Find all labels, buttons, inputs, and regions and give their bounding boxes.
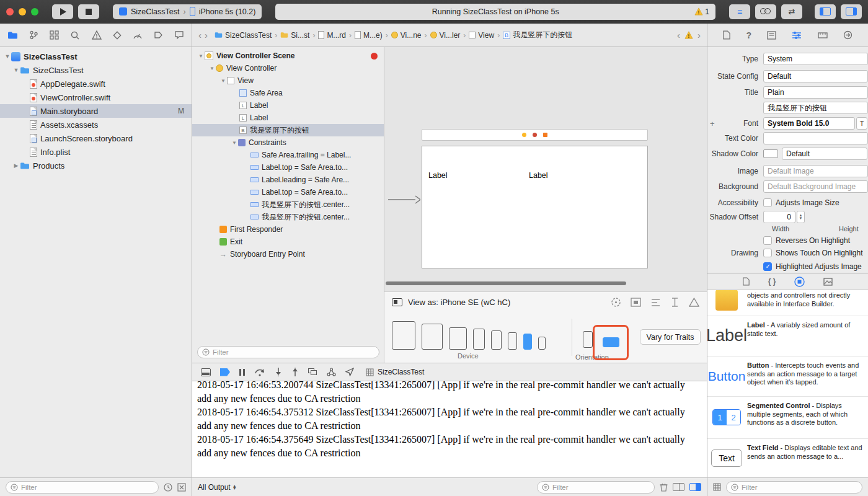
- constraint-item[interactable]: 我是竖屏下的按钮.center...: [192, 198, 384, 211]
- orientation-portrait-button[interactable]: [583, 331, 593, 348]
- step-into-button[interactable]: [275, 368, 282, 376]
- quick-help-inspector-tab[interactable]: ?: [746, 30, 751, 40]
- device-icon-iphone-se-selected[interactable]: [523, 334, 532, 350]
- outline-item-first-responder[interactable]: First Responder: [192, 223, 384, 236]
- title-style-dropdown[interactable]: Plain: [763, 86, 868, 99]
- disclosure-triangle[interactable]: ▼: [4, 53, 11, 60]
- library-filter-field[interactable]: Filter: [726, 481, 862, 494]
- nav-item-group[interactable]: ▶ Products: [0, 159, 192, 172]
- zoom-window-button[interactable]: [31, 8, 38, 16]
- add-constraints-icon[interactable]: [670, 298, 680, 307]
- forward-button[interactable]: ›: [205, 30, 208, 40]
- device-icon-ipad-pro-129[interactable]: [392, 321, 415, 350]
- library-item-label[interactable]: Label Label - A variably sized amount of…: [707, 316, 868, 355]
- report-navigator-tab[interactable]: [174, 30, 184, 40]
- state-config-dropdown[interactable]: Default: [763, 70, 868, 82]
- device-view[interactable]: Label Label: [422, 146, 648, 268]
- attributes-inspector-tab[interactable]: [792, 31, 802, 40]
- size-inspector-tab[interactable]: [818, 32, 828, 39]
- font-field[interactable]: System Bold 15.0: [763, 117, 855, 130]
- vary-for-traits-button[interactable]: Vary for Traits: [640, 329, 701, 345]
- nav-item-file[interactable]: ViewController.swift: [0, 91, 192, 104]
- object-library-tab[interactable]: [794, 277, 805, 287]
- jumpbar-segment[interactable]: Vi...ne: [391, 31, 422, 40]
- back-button[interactable]: ‹: [198, 30, 202, 40]
- jumpbar-segment[interactable]: B 我是竖屏下的按钮: [503, 30, 572, 40]
- shadow-color-swatch[interactable]: [763, 149, 778, 158]
- exit-proxy-icon[interactable]: [543, 133, 547, 137]
- nav-item-file[interactable]: Info.plist: [0, 145, 192, 159]
- debug-navigator-tab[interactable]: [133, 31, 143, 40]
- constraint-item[interactable]: Label.leading = Safe Are...: [192, 174, 384, 186]
- constraint-item[interactable]: Safe Area.trailing = Label...: [192, 149, 384, 161]
- standard-editor-button[interactable]: ≡: [729, 4, 750, 19]
- debug-console[interactable]: 2018-05-17 16:46:53.200744 SizeClassTest…: [192, 381, 707, 477]
- disclosure-triangle[interactable]: ▼: [12, 67, 20, 73]
- jumpbar-segment[interactable]: M...e): [355, 31, 383, 40]
- outline-item-safe-area[interactable]: Safe Area: [192, 87, 384, 99]
- outline-item-label-element[interactable]: L Label: [192, 112, 384, 124]
- resolve-autolayout-icon[interactable]: [689, 298, 699, 307]
- type-dropdown[interactable]: System: [763, 53, 868, 65]
- button-title-field[interactable]: 我是竖屏下的按钮: [763, 102, 868, 114]
- run-button[interactable]: [52, 4, 73, 19]
- library-item-button[interactable]: Button Button - Intercepts touch events …: [707, 356, 868, 396]
- add-font-variation-button[interactable]: +: [710, 119, 715, 128]
- toggle-utilities-button[interactable]: [841, 4, 862, 19]
- disclosure-triangle[interactable]: ▼: [219, 78, 227, 84]
- stepper-control[interactable]: ▲▼: [797, 211, 805, 223]
- jumpbar-segment[interactable]: Si...st: [280, 31, 309, 40]
- first-responder-proxy-icon[interactable]: [533, 133, 537, 137]
- device-icon-ipad[interactable]: [449, 327, 467, 350]
- canvas-label[interactable]: Label: [529, 171, 548, 180]
- nav-item-file-selected[interactable]: Main.storyboard M: [0, 104, 192, 118]
- step-over-button[interactable]: [254, 368, 265, 376]
- highlighted-adjusts-image-checkbox[interactable]: [763, 262, 772, 271]
- navigator-filter-field[interactable]: Filter: [6, 481, 159, 494]
- previous-issue-button[interactable]: ‹: [677, 30, 680, 40]
- scheme-selector[interactable]: SizeClassTest › iPhone 5s (10.2): [113, 4, 262, 19]
- constraint-item[interactable]: Label.top = Safe Area.to...: [192, 186, 384, 198]
- scene-error-indicator[interactable]: [371, 53, 378, 60]
- assistant-editor-button[interactable]: [755, 4, 776, 19]
- jumpbar-segment[interactable]: SizeClassTest: [215, 31, 272, 40]
- device-icon-iphone-8-plus[interactable]: [473, 329, 485, 350]
- canvas-label[interactable]: Label: [428, 171, 448, 180]
- console-filter-field[interactable]: Filter: [537, 481, 655, 494]
- recent-files-filter-icon[interactable]: [164, 483, 172, 492]
- project-navigator-tab[interactable]: [7, 31, 18, 40]
- image-combo-field[interactable]: Default Image: [763, 165, 868, 177]
- source-control-navigator-tab[interactable]: [29, 30, 38, 40]
- minimize-window-button[interactable]: [19, 8, 26, 16]
- device-icon-iphone-8[interactable]: [491, 330, 502, 350]
- align-icon[interactable]: [650, 298, 661, 307]
- file-template-library-tab[interactable]: [743, 277, 750, 286]
- media-library-tab[interactable]: [823, 278, 833, 286]
- outline-item-constraints[interactable]: ▼ Constraints: [192, 136, 384, 149]
- next-issue-button[interactable]: ›: [698, 30, 701, 40]
- outline-filter-field[interactable]: Filter: [197, 346, 379, 358]
- device-icon-iphone-4s[interactable]: [538, 337, 546, 350]
- view-as-label[interactable]: View as: iPhone SE (wC hC): [408, 298, 510, 307]
- jumpbar-segment[interactable]: M...rd: [318, 31, 346, 40]
- adjusts-image-size-checkbox[interactable]: [763, 198, 772, 207]
- toggle-navigator-button[interactable]: [815, 4, 836, 19]
- update-frames-icon[interactable]: [611, 297, 621, 308]
- breakpoint-navigator-tab[interactable]: [154, 31, 163, 39]
- nav-item-file[interactable]: LaunchScreen.storyboard: [0, 131, 192, 145]
- output-scope-selector[interactable]: All Output ▲▼: [198, 483, 237, 492]
- outline-item-button-selected[interactable]: B 我是竖屏下的按钮: [192, 124, 384, 136]
- memory-graph-button[interactable]: [327, 368, 336, 376]
- toggle-console-view-button[interactable]: [689, 483, 701, 491]
- source-control-filter-icon[interactable]: [177, 483, 186, 492]
- jumpbar-segment[interactable]: Vi...ler: [430, 31, 461, 40]
- shadow-offset-width-field[interactable]: 0: [763, 211, 795, 223]
- nav-item-project[interactable]: ▼ SizeClassTest: [0, 50, 192, 63]
- process-selector[interactable]: SizeClassTest: [366, 368, 424, 376]
- pause-execution-button[interactable]: [239, 369, 245, 376]
- close-window-button[interactable]: [6, 8, 14, 16]
- version-editor-button[interactable]: ⇄: [781, 4, 802, 19]
- embed-in-icon[interactable]: [631, 298, 641, 307]
- file-inspector-tab[interactable]: [723, 30, 730, 40]
- orientation-landscape-button[interactable]: [603, 337, 619, 347]
